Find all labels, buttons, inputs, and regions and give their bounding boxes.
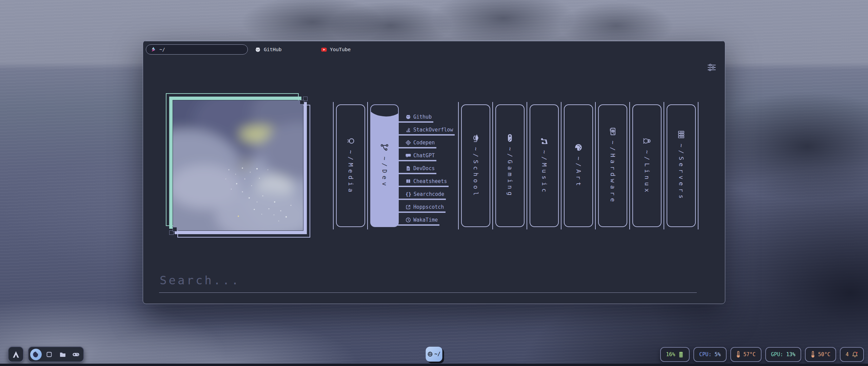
link-underline [397, 173, 436, 174]
book-label: ~/Art [575, 157, 582, 188]
dev-link-cheatsheets[interactable]: Cheatsheets [401, 178, 449, 187]
book-label: ~/Media [347, 150, 354, 195]
palette-icon [574, 143, 583, 152]
dev-link-hoppscotch[interactable]: Hoppscotch [401, 203, 446, 213]
github-icon [255, 47, 261, 53]
folder-icon [59, 351, 66, 358]
graduation-cap-icon [471, 134, 480, 142]
firefox-icon [32, 351, 40, 358]
book-label: ~/School [472, 147, 479, 198]
gamepad-icon [506, 134, 514, 142]
book-art[interactable]: ~/Art [564, 104, 593, 227]
send-box-icon [406, 204, 411, 210]
bell-icon [852, 351, 858, 358]
braces-icon: {} [406, 191, 411, 197]
search-input[interactable] [159, 272, 697, 293]
github-icon [406, 114, 411, 120]
app-firefox[interactable] [30, 349, 42, 360]
thermometer-icon [811, 351, 815, 358]
tab-github[interactable]: GitHub [255, 41, 281, 58]
link-underline [397, 134, 455, 136]
status-widgets: 16% CPU: 5% 57°C GPU: 13% 50°C 4 [660, 347, 864, 362]
shelf-divider [595, 102, 596, 229]
link-underline [397, 186, 449, 187]
cloud-painting [173, 100, 303, 230]
gpu-card-icon [608, 127, 617, 136]
book-media[interactable]: ~/Media [336, 104, 365, 227]
dev-link-codepen[interactable]: Codepen [401, 139, 436, 148]
apps-panel [28, 346, 84, 362]
url-bar[interactable]: ~/ [146, 44, 248, 55]
book-dev-open[interactable]: ~/Dev [370, 104, 399, 227]
window-icon [46, 351, 52, 358]
music-note-icon [540, 137, 549, 145]
filter-menu-button[interactable] [707, 63, 717, 72]
book-icon [406, 179, 411, 184]
gamepad-icon [72, 351, 80, 358]
document-icon [406, 166, 411, 171]
chat-bubble-icon [406, 153, 411, 158]
git-branch-icon [380, 143, 389, 152]
book-music[interactable]: ~/Music [530, 104, 559, 227]
dev-link-github[interactable]: Github [401, 113, 433, 123]
app-files[interactable] [57, 349, 68, 360]
workspace-button[interactable]: ~/ [426, 347, 442, 362]
shelf-divider [527, 102, 527, 229]
app-terminal[interactable] [43, 349, 55, 360]
book-label: ~/Dev [381, 157, 388, 188]
tux-icon [643, 137, 651, 145]
cpu-widget[interactable]: CPU: 5% [693, 347, 726, 362]
app-games[interactable] [70, 349, 82, 360]
dev-links-list: Github StackOverflow [401, 104, 458, 227]
dev-link-chatgpt[interactable]: ChatGPT [401, 152, 436, 161]
dev-link-searchcode[interactable]: {} Searchcode [401, 190, 446, 200]
shelf-divider [492, 102, 493, 229]
shelf-divider [333, 102, 334, 229]
browser-logo-icon [151, 47, 156, 53]
book-label: ~/Gaming [507, 147, 514, 198]
frame-corner-handle [173, 227, 177, 231]
link-underline [397, 224, 439, 226]
link-underline [397, 211, 446, 213]
tab-label: GitHub [264, 47, 281, 52]
gpu-widget[interactable]: GPU: 13% [765, 347, 801, 362]
shelf-divider [698, 102, 698, 229]
frame-corner-handle [300, 100, 304, 104]
book-servers[interactable]: ~/Servers [667, 104, 696, 227]
cpu-temp-widget[interactable]: 57°C [730, 347, 762, 362]
globe-icon [428, 351, 433, 357]
book-gaming[interactable]: ~/Gaming [495, 104, 525, 227]
bookshelf: ~/Media ~/Dev [333, 104, 698, 227]
notifications-widget[interactable]: 4 [840, 347, 864, 362]
link-underline [397, 199, 446, 200]
shelf-divider [367, 102, 368, 229]
tab-youtube[interactable]: YouTube [321, 41, 351, 58]
thermometer-icon [736, 351, 741, 358]
book-linux[interactable]: ~/Linux [632, 104, 662, 227]
shelf-divider [629, 102, 630, 229]
book-label: ~/Servers [678, 144, 685, 201]
link-underline [397, 160, 436, 161]
workspace-label: ~/ [434, 351, 440, 357]
youtube-icon [321, 47, 327, 53]
sliders-icon [707, 64, 716, 71]
screen-bottom-strip [0, 364, 868, 366]
launcher-button[interactable] [8, 346, 24, 362]
shelf-divider [561, 102, 561, 229]
dev-link-wakatime[interactable]: WakaTime [401, 216, 439, 226]
book-school[interactable]: ~/School [461, 104, 490, 227]
stack-icon [406, 127, 411, 133]
media-icon [346, 137, 355, 145]
book-label: ~/Music [541, 150, 548, 195]
shelf-divider [458, 102, 459, 229]
dev-link-stackoverflow[interactable]: StackOverflow [401, 126, 455, 136]
url-text: ~/ [159, 47, 165, 52]
dev-link-devdocs[interactable]: DevDocs [401, 165, 436, 174]
book-hardware[interactable]: ~/Hardware [598, 104, 627, 227]
gpu-temp-widget[interactable]: 50°C [805, 347, 836, 362]
book-label: ~/Hardware [609, 141, 616, 204]
memory-widget[interactable]: 16% [660, 347, 690, 362]
clock-icon [406, 217, 411, 223]
open-book-page-edge [370, 104, 399, 118]
tab-label: YouTube [330, 47, 351, 52]
